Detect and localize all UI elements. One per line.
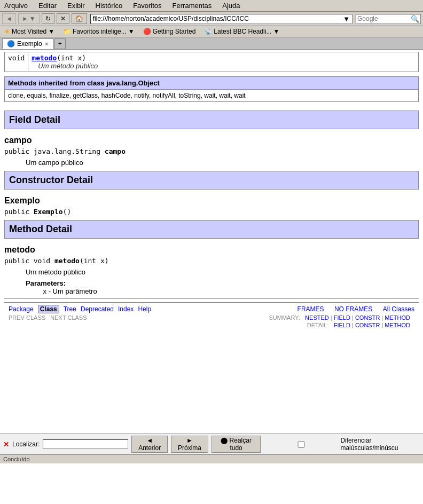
divider	[4, 298, 419, 299]
tab-close-button[interactable]: ✕	[44, 41, 49, 47]
bookmark-most-visited[interactable]: ★ Most Visited ▼	[2, 27, 57, 36]
find-input[interactable]	[43, 439, 128, 449]
bookmark-getting-started[interactable]: 🔴 Getting Started	[141, 27, 198, 36]
nav-next-class: NEXT CLASS	[50, 314, 87, 321]
nav-detail-field[interactable]: FIELD	[334, 322, 350, 328]
menu-ajuda[interactable]: Ajuda	[220, 1, 242, 10]
reload-button[interactable]: ↻	[42, 13, 54, 24]
find-highlight-button[interactable]: ⬤ Realçar tudo	[212, 436, 261, 453]
method-sig-post: (int x)	[80, 257, 109, 265]
folder-icon: 📁	[63, 28, 71, 35]
getting-started-icon: 🔴	[143, 28, 151, 35]
find-prev-button[interactable]: ◄ Anterior	[131, 436, 168, 453]
menu-historico[interactable]: Histórico	[93, 1, 125, 10]
tab-favicon: 🔵	[7, 40, 15, 48]
nav-deprecated-link[interactable]: Deprecated	[81, 305, 114, 313]
nav-help-link[interactable]: Help	[138, 305, 151, 313]
menu-favoritos[interactable]: Favoritos	[131, 1, 163, 10]
menu-editar[interactable]: Editar	[36, 1, 59, 10]
search-go-icon[interactable]: 🔍	[411, 15, 419, 23]
toolbar: ◄ ► ▼ ↻ ✕ 🏠 ▼ 🔍	[0, 12, 423, 26]
find-case-sensitive[interactable]: Diferenciar maiúsculas/minúscu	[264, 437, 420, 452]
nav-summary-method[interactable]: METHOD	[385, 314, 410, 321]
find-case-checkbox[interactable]	[264, 441, 339, 448]
return-type-text: void	[8, 54, 25, 62]
menu-ferramentas[interactable]: Ferramentas	[170, 1, 214, 10]
find-bar: ✕ Localizar: ◄ Anterior ► Próxima ⬤ Real…	[0, 434, 423, 454]
tab-exemplo[interactable]: 🔵 Exemplo ✕	[2, 38, 53, 49]
menu-exibir[interactable]: Exibir	[65, 1, 87, 10]
nav-links-bottom: PREV CLASS NEXT CLASS SUMMARY: NESTED | …	[9, 314, 414, 321]
nav-detail-method[interactable]: METHOD	[385, 322, 410, 328]
nav-class-active: Class	[38, 305, 59, 313]
method-detail-title: Method Detail	[9, 224, 414, 235]
nav-summary-nested[interactable]: NESTED	[305, 314, 329, 321]
nav-detail-label: DETAIL:	[307, 322, 329, 328]
constructor-detail-content: Exemplo public Exemplo()	[4, 196, 419, 216]
table-row: void metodo(int x) Um método público	[5, 52, 419, 72]
bookmark-most-visited-label: Most Visited	[12, 28, 46, 35]
bookmark-bbc[interactable]: 📡 Latest BBC Headli... ▼	[202, 27, 281, 36]
nav-tree-link[interactable]: Tree	[64, 305, 76, 313]
nav-no-frames-link[interactable]: NO FRAMES	[334, 305, 372, 313]
field-name: campo	[4, 136, 419, 145]
nav-package-link[interactable]: Package	[9, 305, 34, 313]
nav-summary-field[interactable]: FIELD	[334, 314, 350, 321]
field-detail-header: Field Detail	[4, 111, 419, 129]
find-next-button[interactable]: ► Próxima	[171, 436, 208, 453]
home-button[interactable]: 🏠	[72, 13, 87, 24]
find-case-label: Diferenciar maiúsculas/minúscu	[340, 437, 420, 452]
nav-frames-link[interactable]: FRAMES	[297, 305, 324, 313]
method-desc: Um método público	[26, 268, 419, 276]
method-link[interactable]: metodo	[32, 54, 57, 62]
inherited-header: Methods inherited from class java.lang.O…	[5, 77, 419, 90]
stop-button[interactable]: ✕	[57, 13, 69, 24]
field-sig-bold: campo	[105, 147, 126, 155]
nav-index-link[interactable]: Index	[118, 305, 134, 313]
bookmark-bbc-dropdown: ▼	[273, 28, 279, 35]
field-detail-content: campo public java.lang.String campo Um c…	[4, 136, 419, 167]
nav-summary-constr[interactable]: CONSTR	[355, 314, 380, 321]
method-name: metodo	[4, 245, 419, 255]
bookmark-favoritos-dropdown: ▼	[128, 28, 135, 35]
method-params-section: Parameters: x - Um parâmetro	[26, 279, 419, 295]
tab-label: Exemplo	[17, 40, 42, 48]
nav-detail-constr[interactable]: CONSTR	[355, 322, 380, 328]
nav-prev-class: PREV CLASS	[9, 314, 45, 321]
bookmark-favoritos[interactable]: 📁 Favoritos intelige... ▼	[61, 27, 137, 36]
nav-summary-label: SUMMARY:	[269, 314, 300, 321]
nav-separator2	[377, 305, 378, 313]
ctor-sig-post: ()	[63, 208, 72, 216]
new-tab-button[interactable]: +	[54, 38, 66, 49]
menu-bar: Arquivo Editar Exibir Histórico Favorito…	[0, 0, 423, 12]
constructor-detail-header: Constructor Detail	[4, 171, 419, 190]
return-type-cell: void	[5, 52, 28, 72]
forward-dropdown-icon: ▼	[29, 15, 36, 22]
back-button[interactable]: ◄	[2, 13, 16, 24]
address-dropdown-icon[interactable]: ▼	[343, 15, 350, 23]
address-bar[interactable]: ▼	[90, 14, 352, 24]
address-input[interactable]	[93, 15, 343, 22]
table-row: clone, equals, finalize, getClass, hashC…	[5, 90, 419, 102]
nav-bottom: Package Class Tree Deprecated Index Help…	[4, 302, 419, 324]
method-summary-desc: Um método público	[32, 62, 98, 70]
star-icon: ★	[4, 28, 10, 35]
constructor-signature: public Exemplo()	[4, 208, 419, 216]
find-close-button[interactable]: ✕	[3, 440, 9, 448]
forward-button[interactable]: ► ▼	[18, 13, 40, 24]
method-detail-header: Method Detail	[4, 220, 419, 239]
bookmark-bbc-label: Latest BBC Headli...	[214, 28, 271, 35]
inherited-methods-list: clone, equals, finalize, getClass, hashC…	[5, 90, 419, 102]
param-desc: - Um parâmetro	[49, 287, 97, 295]
search-box[interactable]: 🔍	[356, 14, 421, 24]
nav-all-classes-link[interactable]: All Classes	[383, 305, 414, 313]
search-input[interactable]	[357, 15, 411, 22]
menu-arquivo[interactable]: Arquivo	[2, 1, 30, 10]
tab-bar: 🔵 Exemplo ✕ +	[0, 37, 423, 50]
status-bar: Concluído	[0, 454, 423, 463]
method-signature-detail: public void metodo(int x)	[4, 257, 419, 265]
rss-icon: 📡	[204, 28, 212, 35]
nav-separator1	[328, 305, 330, 313]
method-sig-pre: public void	[4, 257, 50, 265]
method-sig-bold2: metodo	[54, 257, 80, 265]
